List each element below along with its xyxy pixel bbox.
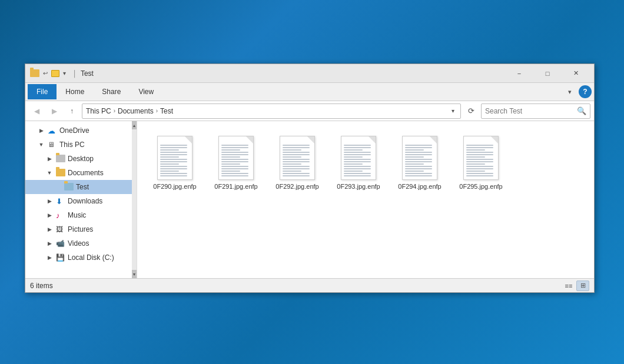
sidebar-scroll-up[interactable]: ▲ — [132, 121, 137, 129]
ribbon-right: ▾ ? — [563, 85, 592, 98]
file-line — [344, 173, 371, 174]
file-line — [283, 168, 310, 169]
breadcrumb-documents[interactable]: Documents — [118, 107, 154, 115]
sidebar-item-documents[interactable]: ▼ Documents — [25, 166, 137, 180]
expand-desktop[interactable]: ▶ — [45, 155, 54, 163]
file-line — [344, 161, 371, 162]
refresh-button[interactable]: ⟳ — [463, 103, 479, 119]
file-line — [160, 163, 179, 165]
close-button[interactable]: ✕ — [562, 65, 589, 82]
file-name-label: 0F294.jpg.enfp — [398, 182, 441, 191]
file-line — [283, 166, 310, 167]
file-item[interactable]: 0F290.jpg.enfp — [147, 131, 203, 196]
file-thumbnail — [341, 136, 376, 180]
localdisk-icon: 💾 — [56, 253, 65, 262]
expand-thispc[interactable]: ▼ — [37, 141, 45, 149]
sidebar-label-music: Music — [68, 211, 86, 219]
file-corner-fold — [307, 136, 314, 143]
file-line — [344, 168, 371, 169]
view-list-button[interactable]: ≡≡ — [562, 280, 575, 291]
file-item[interactable]: 0F295.jpg.enfp — [453, 131, 509, 196]
file-area: 0F290.jpg.enfp0F291.jpg.enfp0F292.jpg.en… — [137, 121, 594, 278]
search-box[interactable]: 🔍 — [481, 103, 590, 119]
main-area: ▲ ▼ ▶ ☁ OneDrive ▼ 🖥 This PC ▶ — [25, 121, 594, 278]
breadcrumb-thispc[interactable]: This PC — [86, 107, 111, 115]
search-icon[interactable]: 🔍 — [577, 106, 586, 115]
file-item[interactable]: 0F291.jpg.enfp — [208, 131, 264, 196]
expand-music[interactable]: ▶ — [45, 211, 54, 219]
file-line — [466, 166, 493, 167]
file-line — [221, 147, 248, 148]
minimize-button[interactable]: − — [506, 65, 533, 82]
sidebar-item-music[interactable]: ▶ ♪ Music — [25, 208, 137, 222]
forward-button[interactable]: ▶ — [47, 103, 62, 119]
view-icon-button[interactable]: ⊞ — [576, 280, 589, 291]
address-bar[interactable]: This PC › Documents › Test ▾ — [82, 103, 461, 119]
tab-view[interactable]: View — [130, 84, 162, 99]
file-line — [466, 152, 493, 153]
ribbon-collapse-button[interactable]: ▾ — [563, 85, 576, 98]
file-line — [344, 156, 363, 158]
sidebar-scroll-down[interactable]: ▼ — [132, 270, 137, 278]
sidebar-item-test[interactable]: Test — [25, 180, 137, 194]
file-line — [160, 149, 179, 151]
file-line — [283, 161, 310, 162]
sidebar-item-onedrive[interactable]: ▶ ☁ OneDrive — [25, 123, 137, 138]
expand-onedrive[interactable]: ▶ — [37, 126, 45, 135]
sidebar-item-videos[interactable]: ▶ 📹 Videos — [25, 236, 137, 251]
file-line — [160, 156, 179, 158]
sidebar-item-pictures[interactable]: ▶ 🖼 Pictures — [25, 222, 137, 236]
expand-documents[interactable]: ▼ — [45, 169, 54, 177]
file-line — [283, 171, 301, 172]
file-line — [466, 161, 493, 162]
file-item[interactable]: 0F294.jpg.enfp — [391, 131, 448, 196]
sidebar: ▲ ▼ ▶ ☁ OneDrive ▼ 🖥 This PC ▶ — [25, 121, 137, 278]
file-line — [466, 175, 493, 176]
file-line — [221, 152, 248, 153]
sidebar-label-pictures: Pictures — [68, 225, 93, 233]
file-line — [160, 152, 187, 153]
explorer-window: ↩ ▾ │ Test − □ ✕ File Home Share View ▾ … — [25, 64, 595, 293]
ribbon-help-button[interactable]: ? — [579, 85, 592, 98]
expand-videos[interactable]: ▶ — [45, 239, 54, 248]
file-content-lines — [466, 145, 493, 176]
sidebar-item-thispc[interactable]: ▼ 🖥 This PC — [25, 138, 137, 152]
sidebar-item-localdisk[interactable]: ▶ 💾 Local Disk (C:) — [25, 251, 137, 265]
up-button[interactable]: ↑ — [64, 103, 79, 119]
search-input[interactable] — [485, 107, 577, 115]
sidebar-item-desktop[interactable]: ▶ Desktop — [25, 152, 137, 166]
file-line — [466, 154, 493, 155]
sidebar-item-downloads[interactable]: ▶ ⬇ Downloads — [25, 194, 137, 208]
sidebar-label-videos: Videos — [68, 239, 89, 248]
file-line — [160, 159, 187, 160]
file-item[interactable]: 0F292.jpg.enfp — [269, 131, 326, 196]
tab-file[interactable]: File — [28, 84, 57, 99]
file-name-label: 0F291.jpg.enfp — [214, 182, 257, 191]
title-bar-icons: ↩ ▾ — [30, 69, 66, 77]
file-corner-fold — [185, 136, 192, 143]
file-line — [221, 163, 240, 165]
file-line — [221, 166, 248, 167]
file-line — [344, 154, 371, 155]
thispc-icon: 🖥 — [48, 141, 57, 149]
tab-share[interactable]: Share — [93, 84, 130, 99]
file-line — [221, 161, 248, 162]
tab-home[interactable]: Home — [57, 84, 93, 99]
file-line — [466, 149, 485, 151]
breadcrumb: This PC › Documents › Test — [86, 107, 449, 115]
back-button[interactable]: ◀ — [29, 103, 44, 119]
breadcrumb-test[interactable]: Test — [160, 107, 173, 115]
file-line — [344, 163, 363, 165]
address-dropdown-button[interactable]: ▾ — [449, 108, 457, 114]
expand-pictures[interactable]: ▶ — [45, 225, 54, 233]
file-corner-fold — [369, 136, 376, 143]
file-thumbnail — [157, 136, 192, 180]
maximize-button[interactable]: □ — [534, 65, 561, 82]
expand-localdisk[interactable]: ▶ — [45, 253, 54, 262]
file-line — [344, 152, 371, 153]
file-item[interactable]: 0F293.jpg.enfp — [330, 131, 387, 196]
file-line — [283, 147, 310, 148]
expand-downloads[interactable]: ▶ — [45, 197, 54, 205]
file-line — [466, 171, 485, 172]
file-line — [405, 145, 432, 146]
